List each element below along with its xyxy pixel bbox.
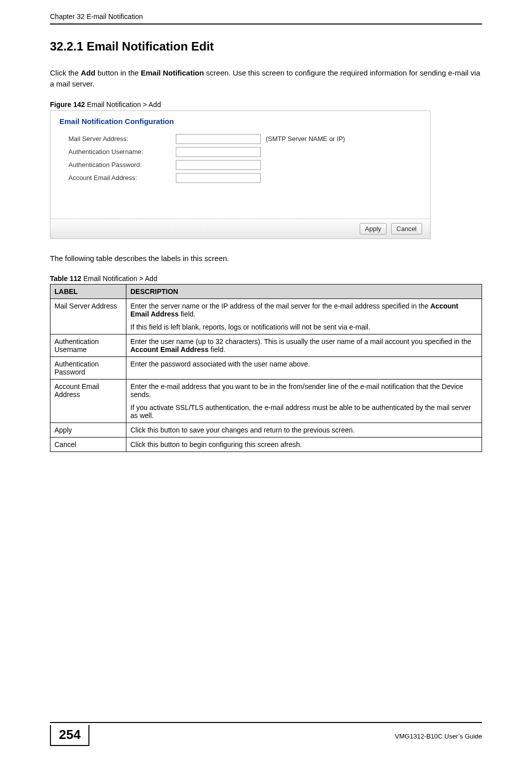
guide-name: VMG1312-B10C User’s Guide: [395, 732, 482, 740]
form-row-auth-pass: Authentication Password:: [50, 158, 430, 172]
cell-desc: Enter the password associated with the u…: [126, 357, 482, 380]
input-auth-pass[interactable]: [176, 160, 261, 170]
page-number: 254: [50, 725, 89, 746]
cell-label: Apply: [50, 423, 126, 438]
section-heading: 32.2.1 Email Notification Edit: [50, 40, 482, 54]
cell-label: Cancel: [50, 438, 126, 452]
cell-desc: Click this button to save your changes a…: [126, 423, 482, 438]
table-row: Account Email Address Enter the e-mail a…: [50, 380, 482, 423]
table-caption: Table 112 Email Notification > Add: [50, 274, 482, 282]
button-bar: Apply Cancel: [50, 218, 430, 238]
table-row: Authentication Username Enter the user n…: [50, 334, 482, 357]
cell-desc: Click this button to begin configuring t…: [126, 438, 482, 452]
label-auth-pass: Authentication Password:: [68, 161, 176, 168]
footer: 254 VMG1312-B10C User’s Guide: [50, 722, 482, 746]
cell-desc: Enter the e-mail address that you want t…: [126, 380, 482, 423]
table-row: Apply Click this button to save your cha…: [50, 423, 482, 438]
form-row-auth-user: Authentication Username:: [50, 146, 430, 158]
description-table: LABEL DESCRIPTION Mail Server Address En…: [50, 284, 482, 452]
intro-paragraph: Click the Add button in the Email Notifi…: [50, 68, 482, 90]
th-description: DESCRIPTION: [126, 284, 482, 299]
screenshot-panel: Email Notification Configuration Mail Se…: [50, 110, 431, 239]
form-row-mail-server: Mail Server Address: (SMTP Server NAME o…: [50, 132, 430, 146]
apply-button[interactable]: Apply: [360, 223, 387, 234]
label-auth-user: Authentication Username:: [68, 148, 176, 156]
panel-title: Email Notification Configuration: [50, 111, 430, 132]
table-row: Cancel Click this button to begin config…: [50, 438, 482, 452]
form-row-account-email: Account Email Address:: [50, 172, 430, 184]
header-rule: [50, 24, 482, 24]
cell-label: Account Email Address: [50, 380, 126, 423]
hint-mail-server: (SMTP Server NAME or IP): [266, 135, 345, 142]
cell-label: Authentication Password: [50, 357, 126, 380]
chapter-title: Chapter 32 E-mail Notification: [50, 12, 143, 20]
cancel-button[interactable]: Cancel: [391, 223, 422, 234]
cell-label: Authentication Username: [50, 334, 126, 357]
th-label: LABEL: [50, 284, 126, 299]
table-row: Authentication Password Enter the passwo…: [50, 357, 482, 380]
cell-desc: Enter the server name or the IP address …: [126, 299, 482, 334]
input-account-email[interactable]: [176, 173, 261, 183]
cell-label: Mail Server Address: [50, 299, 126, 334]
table-row: Mail Server Address Enter the server nam…: [50, 299, 482, 334]
cell-desc: Enter the user name (up to 32 characters…: [126, 334, 482, 357]
figure-caption: Figure 142 Email Notification > Add: [50, 100, 482, 108]
input-mail-server[interactable]: [176, 134, 261, 144]
table-intro: The following table describes the labels…: [50, 253, 482, 264]
label-account-email: Account Email Address:: [68, 174, 176, 182]
input-auth-user[interactable]: [176, 147, 261, 157]
label-mail-server: Mail Server Address:: [68, 135, 176, 142]
